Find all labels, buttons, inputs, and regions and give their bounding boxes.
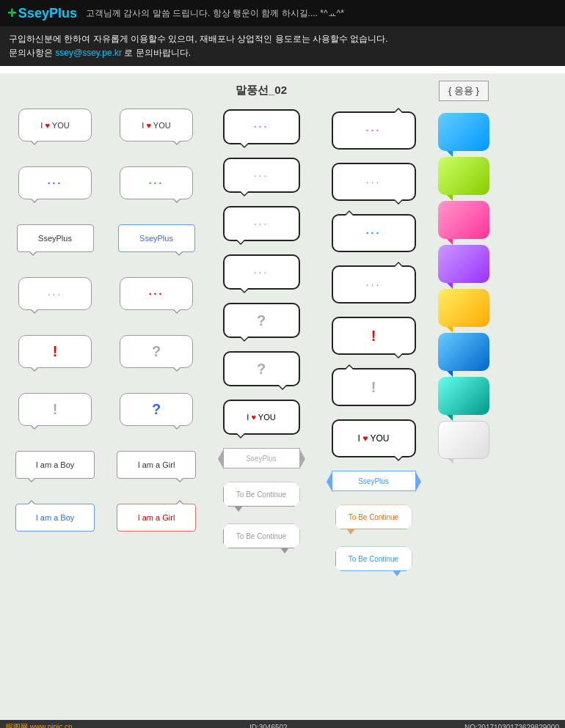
bubble-i-am-a-girl-red-2: I am a Girl: [117, 504, 196, 532]
bubble-thick-dots-gray2: ···: [223, 206, 300, 241]
main-content: I ♥ YOU ··· SseyPlus ··· ! ! I am a Bo: [0, 73, 565, 720]
bubble-col4-love: I ♥ YOU: [332, 419, 416, 457]
notice-line2: 문의사항은 ssey@ssey.pe.kr 로 문의바랍니다.: [9, 46, 556, 60]
bubble-thick-dots-gray3: ···: [223, 254, 300, 290]
bubble-sseyplus-1: SseyPlus: [17, 224, 94, 252]
bubble-sseyplus-2: SseyPlus: [118, 224, 195, 252]
bubble-tbc1: To Be Continue: [223, 482, 300, 512]
bubble-thick-question2: ?: [223, 351, 300, 386]
bubble-col4-exclaim-gray: !: [332, 368, 416, 406]
bubble-question-blue-2: ?: [120, 393, 193, 426]
bubble-question-gray-2: ?: [120, 335, 193, 368]
app-bubbles: [438, 113, 489, 459]
bubble-exclaim-red-1: !: [18, 335, 92, 368]
logo-plus: +: [7, 4, 17, 23]
bubble-col4-tbc1: To Be Continue: [335, 504, 412, 534]
logo-text: SseyPlus: [18, 6, 77, 21]
bubble-col2: I ♥ YOU ··· SseyPlus ··· ? ? I am a Gi: [109, 81, 204, 713]
bubble-col4-exclaim: !: [332, 317, 416, 355]
app-bubble-green: [438, 157, 489, 195]
bubble-i-am-a-girl-1: I am a Girl: [117, 451, 196, 479]
app-bubble-yellow: [438, 289, 489, 327]
bubble-col4-dots-pink: ···: [332, 111, 416, 150]
bubble-col4: ··· ··· ··· ··· ! ! I ♥ YOU SseyPlus: [318, 81, 429, 713]
bubble-thick-love: I ♥ YOU: [223, 400, 300, 435]
bubble-thick-dots-pink: ···: [223, 109, 300, 144]
notice-line1: 구입하신분에 한하여 자유롭게 이용할수 있으며, 재배포나 상업적인 용도로는…: [9, 32, 556, 46]
bubble-col3: 말풍선_02 ··· ··· ··· ··· ? ? I ♥ YOU: [210, 81, 313, 713]
bubble-dots-red-2: ···: [120, 277, 193, 310]
watermark-id: ID:3046502: [249, 724, 288, 728]
app-bubble-purple: [438, 245, 489, 283]
app-bubble-blue: [438, 113, 489, 151]
app-title: { 응용 }: [439, 81, 489, 101]
bubble-col4-ribbon-sseyplus: SseyPlus: [332, 471, 416, 491]
app-bubble-white: [438, 421, 489, 459]
bubble-tbc2: To Be Continue: [223, 523, 300, 554]
bubble-thick-dots-gray: ···: [223, 158, 300, 193]
section-title: 말풍선_02: [210, 81, 313, 100]
bubble-i-am-a-boy-blue-1: I am a Boy: [15, 504, 95, 532]
app-col: { 응용 }: [434, 81, 493, 713]
app-bubble-teal: [438, 377, 489, 415]
watermark-date: NO:20171030173629829000: [464, 724, 559, 728]
bubble-col4-dots-gray2: ···: [332, 265, 416, 304]
header-description: 고객님께 감사의 말씀 드립니다. 항상 행운이 함께 하시길.... *^ㅛ^…: [86, 7, 344, 20]
bubble-dots-gray-1: ···: [18, 277, 92, 310]
notice-box: 구입하신분에 한하여 자유롭게 이용할수 있으며, 재배포나 상업적인 용도로는…: [0, 26, 565, 66]
logo: + SseyPlus: [7, 4, 77, 23]
bubble-col4-dots-teal: ···: [332, 214, 416, 252]
bubble-col4-tbc2: To Be Continue: [335, 546, 412, 576]
bubble-thick-question1: ?: [223, 303, 300, 338]
header: + SseyPlus 고객님께 감사의 말씀 드립니다. 항상 행운이 함께 하…: [0, 0, 565, 26]
bubble-ribbon-sseyplus: SseyPlus: [223, 448, 300, 468]
bubble-col4-dots-gray: ···: [332, 163, 416, 201]
bubble-exclaim-gray-1: !: [18, 393, 92, 426]
bubble-i-love-you-1: I ♥ YOU: [18, 109, 92, 141]
bubble-dots-green-2: ···: [120, 166, 193, 199]
bubble-i-love-you-2: I ♥ YOU: [120, 109, 193, 141]
bubble-dots-blue-1: ···: [18, 166, 92, 199]
watermark-site: 昵图网 www.nipic.cn: [6, 722, 73, 728]
app-bubble-skyblue: [438, 333, 489, 371]
watermark: 昵图网 www.nipic.cn ID:3046502 NO:201710301…: [0, 720, 565, 728]
bubble-col1: I ♥ YOU ··· SseyPlus ··· ! ! I am a Bo: [7, 81, 103, 713]
bubble-i-am-a-boy-1: I am a Boy: [15, 451, 95, 479]
notice-email[interactable]: ssey@ssey.pe.kr: [55, 48, 122, 58]
app-bubble-pink: [438, 201, 489, 239]
